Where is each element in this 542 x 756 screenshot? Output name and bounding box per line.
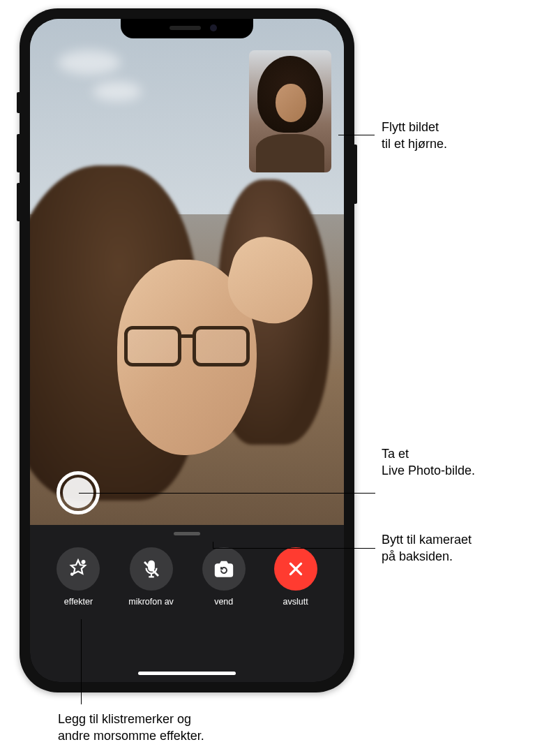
callout-line [213,542,213,548]
effects-label: effekter [64,597,93,607]
side-button [354,144,357,204]
volume-down-button [17,183,20,221]
close-icon [287,560,305,578]
svg-rect-4 [216,564,232,576]
end-label: avslutt [283,597,308,607]
silent-switch [17,92,20,113]
flip-camera-button[interactable]: vend [202,547,246,607]
flip-label: vend [214,597,233,607]
mute-label: mikrofon av [128,597,174,607]
callout-pip: Flytt bildettil et hjørne. [382,119,447,153]
callout-line [338,135,375,135]
microphone-off-icon [141,558,162,579]
svg-point-0 [82,561,85,563]
callout-shutter: Ta etLive Photo-bilde. [382,445,475,480]
effects-button[interactable]: effekter [57,547,100,607]
flip-camera-icon [213,558,235,580]
callout-line [213,548,375,549]
mute-button[interactable]: mikrofon av [128,547,174,607]
volume-up-button [17,134,20,172]
phone-screen: effekter mikrofon av [30,19,344,682]
callout-line [81,619,82,704]
effects-icon [68,558,89,579]
svg-point-1 [71,573,73,575]
phone-frame: effekter mikrofon av [20,8,354,692]
drag-handle[interactable] [174,532,200,535]
callout-effects: Legg til klistremerker ogandre morsomme … [58,711,204,745]
notch [121,19,253,38]
callout-line [79,493,375,494]
callout-flip: Bytt til kameraetpå baksiden. [382,531,472,565]
home-indicator[interactable] [138,672,236,675]
self-view-pip[interactable] [249,50,331,172]
end-call-button[interactable]: avslutt [274,547,317,607]
